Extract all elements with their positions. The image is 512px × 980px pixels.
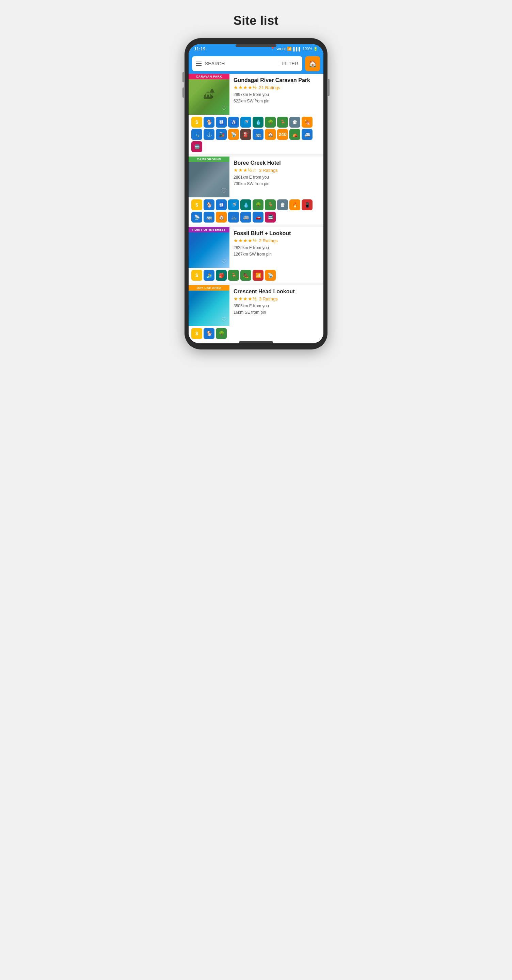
site-rating: ★★★★½ 2 Ratings (233, 238, 319, 243)
site-type-badge: CAMPGROUND (188, 156, 230, 162)
amenity-icon: 🔥 (289, 199, 300, 210)
page-title: Site list (233, 14, 279, 28)
amenities-row: $🏄🎒🪑🥾📶📡 (188, 268, 324, 283)
amenity-icon: 🚌 (204, 212, 214, 223)
amenity-icon: 📱 (301, 199, 313, 210)
amenity-icon: 🎒 (216, 270, 227, 281)
filter-text[interactable]: FILTER (278, 61, 298, 66)
site-header: DAY USE AREA ♡ Crescent Head Lookout ★★★… (188, 285, 324, 326)
site-type-badge: POINT OF INTEREST (188, 227, 230, 232)
amenity-icon: 🪑 (277, 117, 288, 127)
site-distance: 2829km E from you1267km SW from pin (233, 245, 319, 258)
site-image: CARAVAN PARK ♡ (188, 74, 230, 115)
amenity-icon: 🍖 (301, 117, 313, 127)
amenity-icon: 🚍 (191, 141, 202, 152)
amenity-icon: 💧 (253, 117, 263, 127)
amenity-icon: 🏠 (216, 212, 227, 223)
menu-icon[interactable] (196, 62, 201, 66)
battery-icon: 100% 🔋 (303, 47, 318, 51)
site-type-badge: DAY USE AREA (188, 285, 230, 291)
amenity-icon: 🌳 (265, 117, 276, 127)
favorite-icon[interactable]: ♡ (221, 105, 227, 112)
site-header: CARAVAN PARK ♡ Gundagai River Caravan Pa… (188, 74, 324, 115)
site-distance: 2861km E from you730km SW from pin (233, 174, 319, 187)
site-info: Boree Creek Hotel ★★★½☆ 3 Ratings 2861km… (230, 156, 324, 197)
site-distance: 3505km E from you16km SE from pin (233, 303, 319, 316)
divider (188, 224, 324, 225)
site-header: CAMPGROUND ♡ Boree Creek Hotel ★★★½☆ 3 R… (188, 156, 324, 197)
amenity-icon: 🐕 (204, 199, 214, 210)
search-input-area[interactable]: SEARCH FILTER (192, 56, 302, 71)
search-text[interactable]: SEARCH (205, 61, 274, 66)
signal-icon: ▌▌▌ (293, 47, 301, 51)
site-header: POINT OF INTEREST ♡ Fossil Bluff + Looko… (188, 227, 324, 268)
amenity-icon: 🚻 (216, 199, 227, 210)
amenity-icon: 📡 (228, 129, 239, 140)
amenity-icon: 🚲 (228, 212, 239, 223)
amenity-icon: 🏠 (265, 129, 276, 140)
site-item-crescent[interactable]: DAY USE AREA ♡ Crescent Head Lookout ★★★… (188, 285, 324, 341)
site-rating: ★★★½☆ 3 Ratings (233, 167, 319, 173)
amenity-icon: 🚐 (301, 129, 313, 140)
amenity-icon: 🚍 (265, 212, 276, 223)
site-info: Gundagai River Caravan Park ★★★★½ 21 Rat… (230, 74, 324, 115)
amenity-icon: 📡 (191, 212, 202, 223)
site-item-gundagai[interactable]: CARAVAN PARK ♡ Gundagai River Caravan Pa… (188, 74, 324, 154)
site-item-boree[interactable]: CAMPGROUND ♡ Boree Creek Hotel ★★★½☆ 3 R… (188, 156, 324, 225)
site-name: Boree Creek Hotel (233, 160, 319, 166)
amenity-icon: 📶 (253, 270, 263, 281)
phone-shell: 11:19 📍 VoLTE 📶 ▌▌▌ 100% 🔋 SEARCH FILTER… (185, 38, 327, 350)
amenity-icon: 🪑 (265, 199, 276, 210)
status-bar: 11:19 📍 VoLTE 📶 ▌▌▌ 100% 🔋 (188, 44, 324, 53)
site-image: DAY USE AREA ♡ (188, 285, 230, 326)
search-bar: SEARCH FILTER 🏠 (188, 53, 324, 74)
rating-count: 2 Ratings (259, 238, 278, 243)
amenity-icon: 🚻 (216, 117, 227, 127)
amenities-row: $🐕🚻♿🚿💧🌳🪑🗑🍖🎣⚓🚂📡⛽🚌🏠240⛺🚐🚍 (188, 115, 324, 154)
wifi-icon: 📶 (287, 47, 292, 51)
amenity-icon: 🚿 (228, 199, 239, 210)
site-item-fossil[interactable]: POINT OF INTEREST ♡ Fossil Bluff + Looko… (188, 227, 324, 283)
phone-screen: 11:19 📍 VoLTE 📶 ▌▌▌ 100% 🔋 SEARCH FILTER… (188, 44, 324, 343)
amenity-icon: 🥾 (240, 270, 251, 281)
site-rating: ★★★★½ 21 Ratings (233, 85, 319, 90)
amenity-icon: ⛺ (289, 129, 300, 140)
amenity-icon: 🌳 (216, 328, 227, 339)
site-list: CARAVAN PARK ♡ Gundagai River Caravan Pa… (188, 74, 324, 341)
volume-up-button (182, 72, 184, 82)
home-button[interactable]: 🏠 (305, 56, 320, 71)
amenity-icon: 🏄 (204, 270, 214, 281)
star-rating: ★★★★½ (233, 85, 257, 90)
site-name: Crescent Head Lookout (233, 288, 319, 295)
amenity-icon: 🐕 (204, 328, 214, 339)
power-button (328, 79, 330, 96)
amenities-row: $🐕🌳 (188, 326, 324, 341)
site-distance: 2997km E from you622km SW from pin (233, 92, 319, 105)
amenity-icon: 🚂 (216, 129, 227, 140)
site-name: Fossil Bluff + Lookout (233, 231, 319, 237)
amenity-icon: $ (191, 117, 202, 127)
star-rating: ★★★★½ (233, 238, 257, 243)
amenity-icon: 🐕 (204, 117, 214, 127)
amenity-icon: $ (191, 328, 202, 339)
amenity-icon: 🪑 (228, 270, 239, 281)
divider (188, 341, 324, 341)
star-rating: ★★★½☆ (233, 167, 257, 173)
favorite-icon[interactable]: ♡ (221, 258, 227, 265)
favorite-icon[interactable]: ♡ (221, 316, 227, 323)
amenity-icon: 🌳 (253, 199, 263, 210)
site-info: Fossil Bluff + Lookout ★★★★½ 2 Ratings 2… (230, 227, 324, 268)
amenity-icon: 📡 (265, 270, 276, 281)
divider (188, 154, 324, 154)
site-type-badge: CARAVAN PARK (188, 74, 230, 79)
site-image: CAMPGROUND ♡ (188, 156, 230, 197)
amenity-icon: ♿ (228, 117, 239, 127)
amenity-icon: 🚿 (240, 117, 251, 127)
amenity-icon: $ (191, 199, 202, 210)
site-name: Gundagai River Caravan Park (233, 77, 319, 83)
favorite-icon[interactable]: ♡ (221, 187, 227, 195)
status-icons: 📍 VoLTE 📶 ▌▌▌ 100% 🔋 (270, 47, 318, 51)
volume-down-button (182, 88, 184, 98)
amenity-icon: $ (191, 270, 202, 281)
amenity-icon: 🎣 (191, 129, 202, 140)
